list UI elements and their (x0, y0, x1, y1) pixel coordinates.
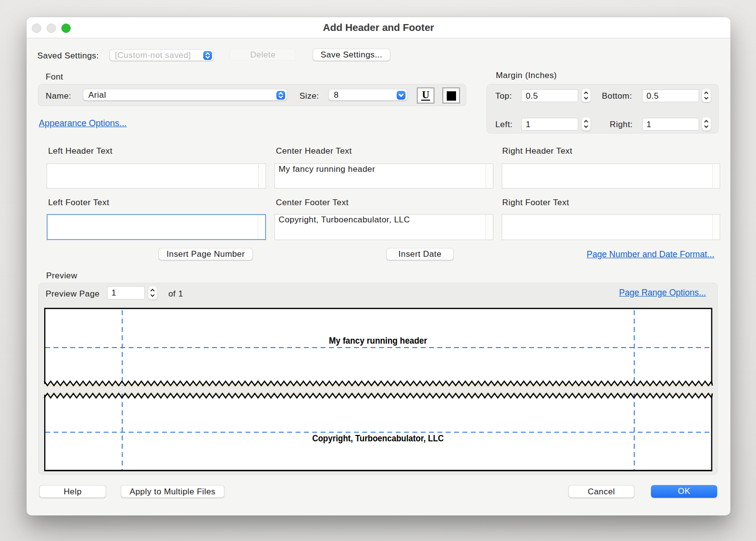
svg-text:My fancy running header: My fancy running header (329, 335, 428, 346)
svg-text:Copyright, Turboencabulator, L: Copyright, Turboencabulator, LLC (312, 433, 444, 443)
